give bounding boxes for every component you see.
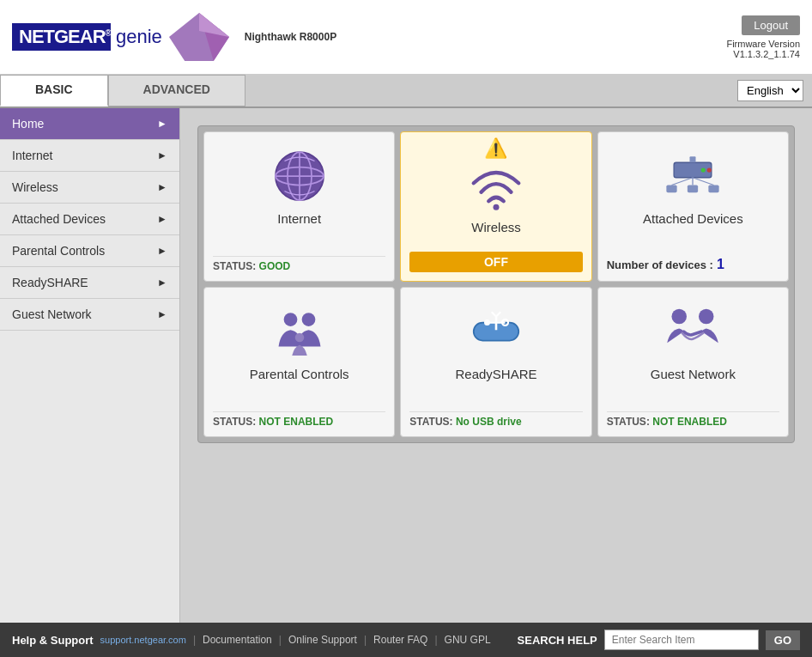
chevron-right-icon: ► (157, 308, 167, 320)
attached-devices-tile-status: Number of devices : 1 (607, 253, 779, 272)
header-right: Logout Firmware Version V1.1.3.2_1.1.74 (726, 15, 800, 59)
parental-controls-tile-inner: Parental Controls (213, 301, 385, 385)
logo: NETGEAR® genie (12, 7, 229, 67)
guest-network-icon (663, 301, 723, 362)
readyshare-tile-status: STATUS: No USB drive (409, 411, 582, 428)
logout-button[interactable]: Logout (742, 15, 800, 35)
footer-sep1: | (279, 634, 282, 646)
parental-controls-icon (270, 301, 330, 362)
svg-point-10 (701, 167, 706, 172)
tab-advanced[interactable]: ADVANCED (108, 75, 245, 106)
svg-rect-15 (709, 186, 719, 193)
tiles-grid: Internet STATUS: GOOD ⚠️ (197, 125, 795, 443)
content-area: Internet STATUS: GOOD ⚠️ (180, 108, 812, 624)
tile-internet[interactable]: Internet STATUS: GOOD (203, 131, 395, 282)
svg-rect-14 (688, 186, 698, 193)
sidebar-item-guest-network[interactable]: Guest Network ► (0, 299, 179, 331)
language-selector-wrap[interactable]: English (729, 75, 812, 106)
main-layout: Home ► Internet ► Wireless ► Attached De… (0, 108, 812, 624)
search-input[interactable] (604, 630, 759, 650)
footer-link-docs[interactable]: Documentation (203, 634, 272, 646)
guest-network-tile-status: STATUS: NOT ENABLED (607, 411, 779, 428)
svg-rect-12 (690, 156, 696, 162)
chevron-right-icon: ► (157, 149, 167, 161)
sidebar-item-parental-controls[interactable]: Parental Controls ► (0, 235, 179, 267)
footer-left: Help & Support support.netgear.com | Doc… (12, 634, 491, 647)
header: NETGEAR® genie Nighthawk R8000P Logout F… (0, 0, 812, 75)
parental-controls-tile-status: STATUS: NOT ENABLED (213, 411, 385, 428)
wireless-tile-status: OFF (409, 248, 582, 272)
wireless-tile-label: Wireless (471, 220, 521, 234)
internet-tile-label: Internet (277, 211, 321, 226)
svg-rect-13 (667, 186, 677, 193)
number-devices-count: 1 (717, 257, 724, 272)
svg-point-21 (294, 333, 304, 343)
svg-point-8 (493, 204, 499, 210)
svg-point-19 (283, 313, 297, 326)
readyshare-tile-inner: ReadySHARE (409, 301, 582, 385)
readyshare-usb-icon (466, 301, 526, 362)
internet-status-prefix: STATUS: (213, 260, 256, 272)
svg-line-18 (693, 178, 714, 186)
guest-status-prefix: STATUS: (607, 416, 650, 428)
parental-controls-tile-label: Parental Controls (250, 367, 349, 381)
sidebar-item-guest-label: Guest Network (12, 307, 92, 321)
wireless-off-button[interactable]: OFF (409, 252, 582, 272)
sidebar-item-internet[interactable]: Internet ► (0, 140, 179, 172)
svg-point-11 (707, 167, 712, 172)
footer: Help & Support support.netgear.com | Doc… (0, 623, 812, 657)
tile-readyshare[interactable]: ReadySHARE STATUS: No USB drive (400, 287, 591, 437)
footer-sep3: | (434, 634, 437, 646)
tile-parental-controls[interactable]: Parental Controls STATUS: NOT ENABLED (203, 287, 395, 437)
guest-status-value: NOT ENABLED (652, 416, 727, 428)
attached-devices-icon (663, 146, 723, 206)
sidebar-item-attached-devices[interactable]: Attached Devices ► (0, 204, 179, 235)
logo-genie-text: genie (111, 23, 169, 51)
svg-point-25 (484, 319, 490, 325)
svg-point-20 (301, 313, 315, 326)
wireless-wifi-icon (466, 155, 526, 215)
internet-tile-status: STATUS: GOOD (213, 256, 385, 272)
footer-link-router-faq[interactable]: Router FAQ (373, 634, 427, 646)
readyshare-status-prefix: STATUS: (409, 416, 452, 428)
sidebar-item-attached-label: Attached Devices (12, 212, 106, 226)
sidebar-item-internet-label: Internet (12, 149, 52, 162)
tab-basic[interactable]: BASIC (0, 75, 108, 106)
footer-separator: | (193, 634, 196, 646)
go-button[interactable]: GO (766, 630, 800, 650)
readyshare-status-value: No USB drive (456, 416, 522, 428)
svg-point-30 (699, 309, 714, 325)
chevron-right-icon: ► (157, 245, 167, 257)
tile-attached-devices[interactable]: Attached Devices Number of devices : 1 (597, 131, 789, 282)
wireless-warning-icon: ⚠️ (484, 137, 507, 160)
guest-network-tile-inner: Guest Network (607, 301, 779, 385)
footer-sep2: | (364, 634, 367, 646)
footer-link-online-support[interactable]: Online Support (288, 634, 357, 646)
svg-line-27 (492, 312, 496, 316)
tile-wireless[interactable]: ⚠️ Wireless OFF (400, 131, 591, 282)
footer-right: SEARCH HELP GO (518, 630, 800, 650)
sidebar-item-wireless[interactable]: Wireless ► (0, 172, 179, 204)
svg-rect-9 (674, 162, 712, 178)
sidebar-item-home[interactable]: Home ► (0, 108, 179, 140)
model-name: Nighthawk R8000P (245, 31, 336, 43)
parental-status-value: NOT ENABLED (259, 416, 334, 428)
readyshare-tile-label: ReadySHARE (455, 367, 536, 381)
sidebar-item-home-label: Home (12, 117, 44, 131)
support-link[interactable]: support.netgear.com (100, 635, 186, 645)
firmware-info: Firmware Version V1.1.3.2_1.1.74 (726, 39, 800, 59)
help-support-label: Help & Support (12, 634, 94, 647)
footer-link-gnu-gpl[interactable]: GNU GPL (445, 634, 491, 646)
tile-guest-network[interactable]: Guest Network STATUS: NOT ENABLED (597, 287, 789, 437)
guest-network-tile-label: Guest Network (651, 367, 736, 381)
attached-devices-tile-label: Attached Devices (643, 211, 743, 226)
parental-status-prefix: STATUS: (213, 416, 256, 428)
svg-line-16 (672, 178, 694, 186)
language-select[interactable]: English (737, 80, 803, 101)
internet-tile-inner: Internet (213, 146, 385, 229)
chevron-right-icon: ► (157, 181, 167, 193)
sidebar-item-readyshare-label: ReadySHARE (12, 276, 88, 289)
sidebar-item-readyshare[interactable]: ReadySHARE ► (0, 267, 179, 299)
number-devices-prefix: Number of devices : (607, 259, 713, 271)
nav-bar: BASIC ADVANCED English (0, 75, 812, 108)
